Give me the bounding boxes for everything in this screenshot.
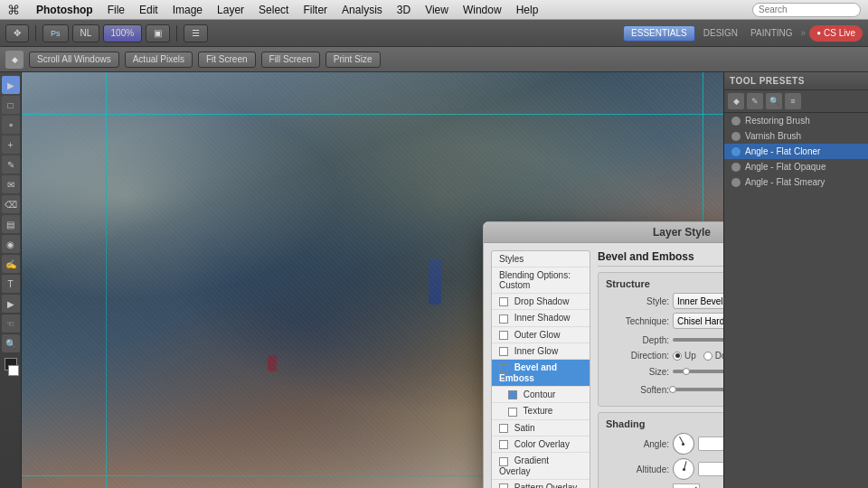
tool-lasso[interactable]: ⚬ bbox=[2, 116, 20, 134]
menu-image[interactable]: Image bbox=[165, 2, 210, 18]
tool-icon-set[interactable]: NL bbox=[72, 24, 99, 42]
tool-dodge[interactable]: ◉ bbox=[2, 235, 20, 253]
menu-analysis[interactable]: Analysis bbox=[335, 2, 390, 18]
drop-shadow-checkbox[interactable] bbox=[499, 297, 508, 306]
inner-shadow-checkbox[interactable] bbox=[499, 314, 508, 324]
nav-pattern-overlay[interactable]: Pattern Overlay bbox=[492, 480, 590, 488]
panel-tool-icon-1[interactable]: ◆ bbox=[728, 93, 744, 109]
menu-file[interactable]: File bbox=[100, 2, 132, 18]
tool-hand[interactable]: ☜ bbox=[2, 314, 20, 333]
fit-screen-button[interactable]: Fit Screen bbox=[198, 52, 256, 68]
gradient-overlay-checkbox[interactable] bbox=[499, 457, 508, 466]
soften-slider[interactable] bbox=[673, 388, 723, 391]
altitude-input[interactable]: 37 bbox=[698, 462, 723, 476]
tool-clone[interactable]: ✉ bbox=[2, 175, 20, 193]
menu-window[interactable]: Window bbox=[456, 2, 509, 18]
direction-radio-group: Up Down bbox=[673, 351, 723, 361]
tool-text[interactable]: T bbox=[2, 275, 20, 293]
cslive-button[interactable]: ● CS Live bbox=[809, 25, 863, 42]
nav-satin[interactable]: Satin bbox=[492, 420, 590, 436]
direction-down-radio[interactable]: Down bbox=[703, 351, 723, 361]
menu-layer[interactable]: Layer bbox=[210, 2, 251, 18]
nav-texture[interactable]: Texture bbox=[492, 403, 590, 419]
nav-contour[interactable]: Contour bbox=[492, 387, 590, 403]
preset-dot-3 bbox=[731, 163, 741, 172]
technique-select[interactable]: Chisel Hard ▼ bbox=[673, 313, 723, 329]
outer-glow-checkbox[interactable] bbox=[499, 331, 508, 340]
tool-move[interactable]: ✥ bbox=[5, 24, 29, 42]
tool-selection[interactable]: ▶ bbox=[2, 76, 20, 94]
depth-label: Depth: bbox=[606, 335, 669, 345]
view-mode[interactable]: ▣ bbox=[146, 24, 170, 42]
menu-select[interactable]: Select bbox=[251, 2, 296, 18]
preset-label-3: Angle - Flat Opaque bbox=[745, 162, 826, 172]
angle-dial[interactable] bbox=[673, 433, 694, 455]
arrange-icon[interactable]: ☰ bbox=[184, 24, 208, 42]
scroll-all-windows-button[interactable]: Scroll All Windows bbox=[29, 52, 119, 68]
panel-tool-icon-4[interactable]: ≡ bbox=[785, 93, 801, 109]
style-select[interactable]: Inner Bevel ▼ bbox=[673, 293, 723, 309]
nav-blending-options[interactable]: Blending Options: Custom bbox=[492, 267, 590, 294]
color-overlay-checkbox[interactable] bbox=[499, 440, 508, 449]
texture-checkbox[interactable] bbox=[508, 408, 517, 417]
print-size-button[interactable]: Print Size bbox=[326, 52, 381, 68]
depth-slider[interactable] bbox=[673, 338, 723, 342]
expand-workspaces[interactable]: » bbox=[801, 28, 807, 38]
gloss-contour-row: Gloss Contour: ▼ ✓ Anti-aliased bbox=[606, 483, 723, 488]
size-slider[interactable] bbox=[673, 370, 723, 373]
tool-zoom[interactable]: 🔍 bbox=[2, 334, 20, 352]
right-panel: TOOL PRESETS ◆ ✎ 🔍 ≡ Restoring Brush Var… bbox=[723, 72, 868, 488]
structure-title: Structure bbox=[606, 278, 723, 289]
satin-checkbox[interactable] bbox=[499, 424, 508, 433]
preset-item-2[interactable]: Angle - Flat Cloner bbox=[724, 144, 868, 159]
contour-checkbox[interactable] bbox=[508, 390, 517, 399]
technique-label: Technique: bbox=[606, 316, 669, 326]
preset-item-3[interactable]: Angle - Flat Opaque bbox=[724, 159, 868, 174]
menubar: ⌘ Photoshop File Edit Image Layer Select… bbox=[0, 0, 868, 20]
apple-menu[interactable]: ⌘ bbox=[7, 3, 20, 17]
panel-tool-icon-3[interactable]: 🔍 bbox=[766, 93, 782, 109]
inner-glow-checkbox[interactable] bbox=[499, 347, 508, 356]
figure-blue bbox=[429, 259, 441, 305]
essentials-button[interactable]: ESSENTIALS bbox=[623, 25, 695, 42]
tool-pen[interactable]: ✍ bbox=[2, 255, 20, 273]
menu-help[interactable]: Help bbox=[509, 2, 546, 18]
nav-color-overlay[interactable]: Color Overlay bbox=[492, 436, 590, 453]
tool-eraser[interactable]: ⌫ bbox=[2, 195, 20, 213]
altitude-dial[interactable] bbox=[673, 458, 694, 480]
preset-item-1[interactable]: Varnish Brush bbox=[724, 128, 868, 144]
gloss-contour-picker[interactable] bbox=[673, 483, 700, 488]
pattern-overlay-checkbox[interactable] bbox=[499, 483, 508, 488]
tool-shape[interactable]: ▶ bbox=[2, 295, 20, 313]
nav-bevel-emboss[interactable]: Bevel and Emboss bbox=[492, 360, 590, 386]
painting-button[interactable]: PAINTING bbox=[746, 28, 797, 38]
menu-edit[interactable]: Edit bbox=[132, 2, 165, 18]
preset-dot-2 bbox=[731, 147, 741, 156]
nav-inner-shadow[interactable]: Inner Shadow bbox=[492, 310, 590, 326]
menu-3d[interactable]: 3D bbox=[390, 2, 418, 18]
zoom-display[interactable]: 100% bbox=[103, 24, 143, 42]
nav-inner-glow[interactable]: Inner Glow bbox=[492, 343, 590, 360]
bevel-emboss-checkbox[interactable] bbox=[499, 364, 508, 373]
actual-pixels-button[interactable]: Actual Pixels bbox=[125, 52, 193, 68]
nav-styles[interactable]: Styles bbox=[492, 251, 590, 267]
nav-gradient-overlay[interactable]: Gradient Overlay bbox=[492, 453, 590, 479]
menu-photoshop[interactable]: Photoshop bbox=[29, 2, 100, 18]
panel-tool-icon-2[interactable]: ✎ bbox=[747, 93, 763, 109]
tool-healing[interactable]: + bbox=[2, 136, 20, 154]
background-swatch[interactable] bbox=[8, 365, 19, 376]
menu-filter[interactable]: Filter bbox=[296, 2, 335, 18]
direction-up-radio[interactable]: Up bbox=[673, 351, 696, 361]
tool-crop[interactable]: □ bbox=[2, 96, 20, 114]
fill-screen-button[interactable]: Fill Screen bbox=[261, 52, 320, 68]
tool-brush[interactable]: ✎ bbox=[2, 155, 20, 174]
tool-gradient[interactable]: ▤ bbox=[2, 215, 20, 233]
design-button[interactable]: DESIGN bbox=[699, 28, 742, 38]
search-input[interactable] bbox=[752, 3, 861, 17]
preset-item-0[interactable]: Restoring Brush bbox=[724, 113, 868, 128]
preset-item-4[interactable]: Angle - Flat Smeary bbox=[724, 174, 868, 190]
menu-view[interactable]: View bbox=[418, 2, 456, 18]
nav-outer-glow[interactable]: Outer Glow bbox=[492, 327, 590, 343]
angle-input[interactable]: 61 bbox=[698, 436, 723, 451]
nav-drop-shadow[interactable]: Drop Shadow bbox=[492, 294, 590, 310]
